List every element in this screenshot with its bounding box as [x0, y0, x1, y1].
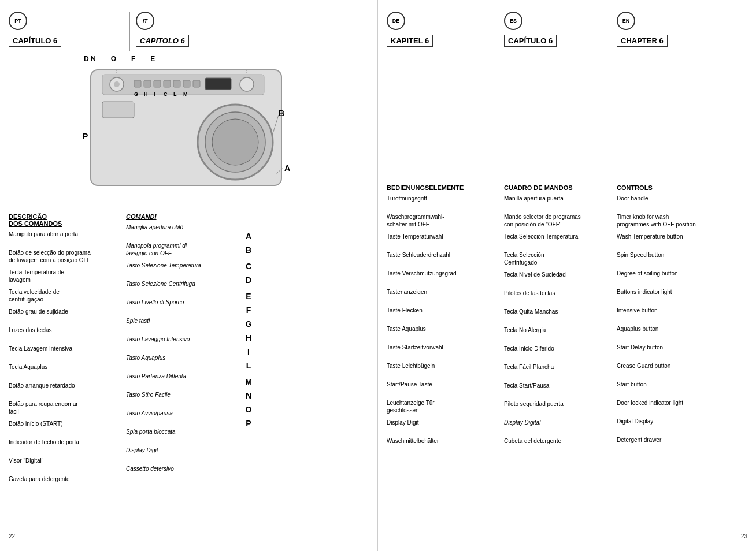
svg-point-15 [212, 119, 258, 165]
list-item: Cubeta del detergente [504, 437, 607, 451]
left-page: PT CAPÍTULO 6 IT CAPITOLO 6 D N O [0, 0, 378, 551]
pt-item-c: Tecla Temperatura delavagem [9, 269, 116, 284]
pt-item-o: Visor "Digital" [9, 457, 116, 464]
list-item: Manopola programmi dilavaggio con OFF [126, 242, 229, 257]
svg-text:M: M [183, 91, 188, 97]
es-section-title: CUADRO DE MANDOS [504, 184, 607, 191]
list-item: Door locked indicator light [617, 399, 725, 413]
svg-text:B: B [279, 109, 284, 118]
de-item-l: Taste Leichtbügeln [387, 362, 494, 370]
de-item-n: Leuchtanzeige Türgeschlossen [387, 399, 494, 414]
label-f: F [131, 55, 135, 63]
de-item-d: Taste Schleuderdrehzahl [387, 251, 494, 259]
list-item: Piloto seguridad puerta [504, 400, 607, 414]
pt-item-l: Botão para roupa engomarfácil [9, 400, 116, 415]
svg-text:G: G [134, 91, 138, 97]
en-section-title: CONTROLS [617, 184, 725, 191]
it-badge: IT [136, 12, 154, 30]
es-item-o: Display Digital [504, 419, 607, 426]
list-item: Tecla Quita Manchas [504, 308, 607, 322]
list-item: Intensive button [617, 307, 725, 321]
descriptions-area: DESCRIÇÃODOS COMANDOS Manipulo para abri… [9, 211, 369, 533]
svg-text:L: L [173, 91, 177, 97]
it-item-c: Tasto Selezione Temperatura [126, 262, 229, 269]
washing-machine-svg: P B A G H I C L M [73, 64, 305, 191]
it-section-title: COMANDI [126, 213, 229, 220]
de-item-o: Display Digit [387, 419, 494, 426]
right-page: DE KAPITEL 6 ES CAPÍTULO 6 EN [378, 0, 756, 551]
pt-item-h: Tecla Aquaplus [9, 363, 116, 371]
list-item: Leuchtanzeige Türgeschlossen [387, 399, 494, 414]
en-item-n: Door locked indicator light [617, 399, 725, 407]
list-item: Spia porta bloccata [126, 428, 229, 442]
it-item-g: Tasto Lavaggio Intensivo [126, 336, 229, 343]
de-item-a: Türöffnungsgriff [387, 195, 494, 202]
list-item: Tecla Nivel de Suciedad [504, 271, 607, 285]
it-item-f: Spie tasti [126, 317, 229, 325]
en-item-b: Timer knob for washprogrammes with OFF p… [617, 213, 725, 228]
it-item-p: Cassetto detersivo [126, 465, 229, 472]
list-item: Mando selector de programascon posición … [504, 213, 607, 228]
pt-item-a: Manipulo para abrir a porta [9, 230, 116, 238]
letter-g: G [246, 319, 252, 329]
letter-p: P [246, 419, 251, 428]
list-item: Botão arranque retardado [9, 382, 116, 396]
pt-chapter: CAPÍTULO 6 [9, 35, 61, 47]
list-item: Crease Guard button [617, 362, 725, 376]
es-badge: ES [504, 12, 522, 30]
list-item: Display Digit [387, 419, 494, 433]
pt-item-m: Botão início (START) [9, 420, 116, 427]
list-item: Timer knob for washprogrammes with OFF p… [617, 213, 725, 228]
list-item: Digital Display [617, 418, 725, 431]
list-item: Tasto Lavaggio Intensivo [126, 336, 229, 349]
es-chapter: CAPÍTULO 6 [504, 35, 557, 47]
left-page-num: 22 [9, 533, 369, 539]
letter-n: N [246, 391, 251, 400]
list-item: Tecla Aquaplus [9, 363, 116, 377]
pt-item-f: Luzes das teclas [9, 326, 116, 334]
list-item: Cassetto detersivo [126, 465, 229, 479]
en-item-p: Detergent drawer [617, 436, 725, 444]
list-item: Start/Pause Taste [387, 381, 494, 394]
en-item-e: Degree of soiling button [617, 270, 725, 277]
list-item: Tecla velocidade decentrifugação [9, 288, 116, 303]
list-item: Tasto Selezione Centrifuga [126, 280, 229, 294]
list-item: Taste Verschmutzungsgrad [387, 270, 494, 284]
list-item: Botão início (START) [9, 420, 116, 434]
es-item-p: Cubeta del detergente [504, 437, 607, 445]
list-item: Display Digit [126, 446, 229, 460]
en-item-f: Buttons indicator light [617, 288, 725, 296]
list-item: Tasto Stiro Facile [126, 391, 229, 405]
es-item-b: Mando selector de programascon posición … [504, 213, 607, 228]
list-item: Spie tasti [126, 317, 229, 331]
list-item: Tasto Avvio/pausa [126, 409, 229, 423]
letter-b: B [246, 245, 251, 255]
svg-rect-8 [173, 80, 180, 87]
en-item-a: Door handle [617, 195, 725, 202]
it-item-b: Manopola programmi dilavaggio con OFF [126, 242, 229, 257]
svg-rect-4 [134, 80, 141, 87]
list-item: Waschmittelbehälter [387, 437, 494, 451]
label-e: E [150, 55, 155, 63]
de-badge: DE [387, 12, 405, 30]
right-diagram-placeholder [387, 55, 747, 182]
list-item: Tastenanzeigen [387, 288, 494, 302]
en-badge: EN [617, 12, 635, 30]
list-item: Botão de selecção do programade lavagem … [9, 249, 116, 264]
en-item-g: Intensive button [617, 307, 725, 314]
it-item-e: Tasto Livello di Sporco [126, 299, 229, 306]
es-item-m: Tecla Start/Pausa [504, 382, 607, 389]
it-item-n: Spia porta bloccata [126, 428, 229, 435]
it-item-d: Tasto Selezione Centrifuga [126, 280, 229, 288]
list-item: Detergent drawer [617, 436, 725, 450]
it-item-i: Tasto Partenza Differita [126, 373, 229, 380]
pt-section-title: DESCRIÇÃODOS COMANDOS [9, 213, 116, 227]
svg-text:P: P [83, 132, 88, 141]
list-item: Tecla Selección Temperatura [504, 233, 607, 247]
list-item: Tecla Lavagem Intensiva [9, 345, 116, 359]
list-item: Tasto Selezione Temperatura [126, 262, 229, 276]
svg-text:A: A [284, 163, 290, 173]
list-item: Taste Flecken [387, 307, 494, 321]
letter-f: F [246, 306, 251, 315]
list-item: Maniglia apertura oblò [126, 224, 229, 237]
